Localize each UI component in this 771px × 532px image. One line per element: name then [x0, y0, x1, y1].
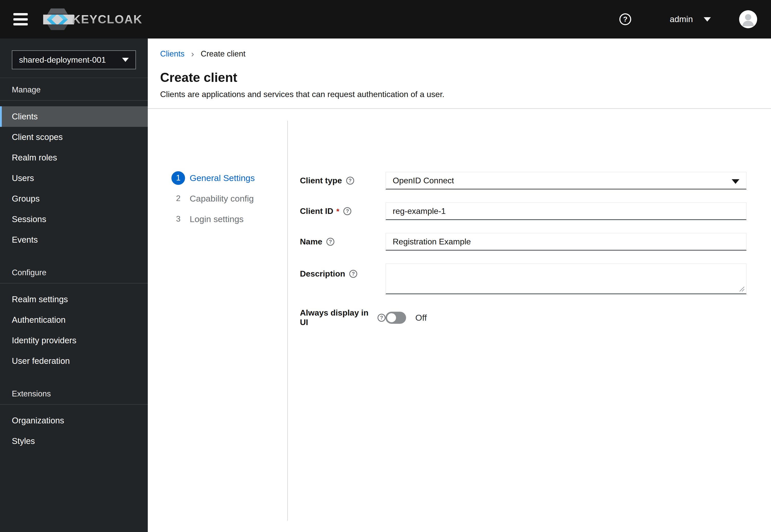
client-type-label: Client type ?	[300, 176, 386, 185]
user-menu[interactable]: admin	[670, 14, 711, 24]
question-circle-icon[interactable]: ?	[343, 207, 351, 215]
sidebar-item-events[interactable]: Events	[0, 230, 148, 250]
question-circle-icon[interactable]: ?	[346, 177, 354, 185]
name-label: Name ?	[300, 237, 386, 246]
chevron-down-icon	[122, 58, 129, 62]
sidebar-item-groups[interactable]: Groups	[0, 188, 148, 209]
client-type-value: OpenID Connect	[393, 176, 454, 185]
sidebar-item-realm-roles[interactable]: Realm roles	[0, 147, 148, 168]
nav-toggle-hamburger-icon[interactable]	[13, 13, 28, 25]
masthead: KEYCLOAK ? admin	[0, 0, 771, 39]
step-number: 2	[171, 192, 185, 205]
sidebar-item-identity-providers[interactable]: Identity providers	[0, 330, 148, 351]
sidebar-item-user-federation[interactable]: User federation	[0, 351, 148, 371]
keycloak-brand: KEYCLOAK	[43, 6, 142, 32]
name-row: Name ?	[300, 233, 770, 251]
required-asterisk: *	[336, 207, 340, 216]
breadcrumb: Clients › Create client	[160, 49, 771, 59]
step-number: 1	[171, 171, 185, 185]
help-icon[interactable]: ?	[620, 13, 631, 25]
realm-selector[interactable]: shared-deployment-001	[12, 50, 136, 69]
wizard-steps: 1 General Settings 2 Capability config 3…	[148, 145, 287, 229]
breadcrumb-clients-link[interactable]: Clients	[160, 49, 184, 59]
create-client-form: Client type ? OpenID Connect Client ID *…	[288, 145, 770, 532]
brand-wordmark: KEYCLOAK	[72, 12, 142, 26]
page-subtitle: Clients are applications and services th…	[160, 90, 771, 99]
wizard-step-general-settings[interactable]: 1 General Settings	[148, 168, 287, 188]
question-circle-icon[interactable]: ?	[378, 314, 386, 322]
toggle-state-label: Off	[415, 313, 427, 323]
client-type-row: Client type ? OpenID Connect	[300, 172, 770, 189]
step-label: General Settings	[190, 173, 255, 183]
description-label: Description ?	[300, 263, 386, 279]
caret-down-icon	[732, 179, 739, 184]
page-title: Create client	[160, 70, 771, 85]
name-input[interactable]	[386, 233, 747, 251]
step-number: 3	[171, 212, 185, 226]
avatar[interactable]	[739, 10, 757, 28]
sidebar-item-users[interactable]: Users	[0, 168, 148, 188]
nav-section-configure: Configure Realm settings Authentication …	[0, 261, 148, 371]
question-circle-icon[interactable]: ?	[326, 238, 334, 246]
client-type-select[interactable]: OpenID Connect	[386, 172, 747, 189]
nav-section-manage: Manage Clients Client scopes Realm roles…	[0, 78, 148, 250]
sidebar-item-styles[interactable]: Styles	[0, 431, 148, 451]
always-display-label: Always display in UI ?	[300, 308, 386, 327]
sidebar-item-realm-settings[interactable]: Realm settings	[0, 289, 148, 310]
main-content: Clients › Create client Create client Cl…	[148, 39, 771, 532]
always-display-toggle[interactable]	[386, 312, 406, 324]
description-row: Description ?	[300, 263, 770, 295]
toggle-knob	[387, 313, 396, 322]
sidebar: shared-deployment-001 Manage Clients Cli…	[0, 39, 148, 532]
description-textarea[interactable]	[386, 263, 747, 294]
sidebar-item-clients[interactable]: Clients	[0, 106, 148, 127]
sidebar-item-sessions[interactable]: Sessions	[0, 209, 148, 230]
user-name: admin	[670, 14, 693, 24]
breadcrumb-current: Create client	[201, 49, 246, 59]
nav-section-extensions: Extensions Organizations Styles	[0, 382, 148, 451]
always-display-row: Always display in UI ? Off	[300, 308, 770, 327]
realm-name: shared-deployment-001	[19, 55, 106, 65]
wizard-step-login-settings[interactable]: 3 Login settings	[148, 209, 287, 229]
client-id-row: Client ID * ?	[300, 202, 770, 220]
nav-section-title: Configure	[0, 268, 148, 283]
client-id-label: Client ID * ?	[300, 206, 386, 216]
chevron-down-icon	[704, 17, 711, 22]
sidebar-item-authentication[interactable]: Authentication	[0, 310, 148, 330]
nav-section-title: Extensions	[0, 389, 148, 405]
chevron-right-icon: ›	[191, 49, 194, 59]
question-circle-icon[interactable]: ?	[349, 270, 357, 278]
header-divider	[148, 108, 771, 109]
client-id-input[interactable]	[386, 202, 747, 220]
step-label: Capability config	[190, 194, 254, 204]
sidebar-item-organizations[interactable]: Organizations	[0, 410, 148, 431]
sidebar-item-client-scopes[interactable]: Client scopes	[0, 127, 148, 147]
nav-section-title: Manage	[0, 85, 148, 101]
wizard-step-capability-config[interactable]: 2 Capability config	[148, 188, 287, 209]
step-label: Login settings	[190, 214, 244, 224]
keycloak-logo-icon	[43, 6, 74, 32]
masthead-actions: ? admin	[620, 10, 771, 28]
